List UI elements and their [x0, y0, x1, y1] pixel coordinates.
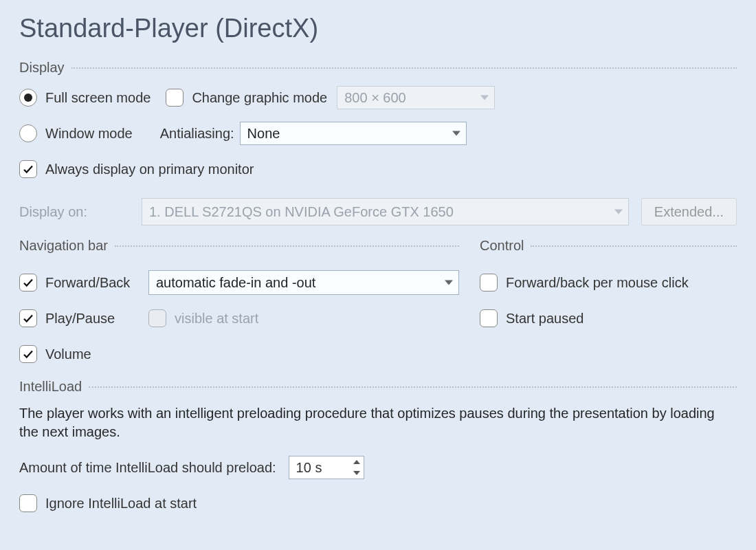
ignore-intelliload-label[interactable]: Ignore IntelliLoad at start: [45, 496, 197, 512]
extended-button: Extended...: [641, 198, 737, 226]
chevron-down-icon: [445, 280, 453, 285]
antialiasing-label: Antialiasing:: [160, 126, 234, 142]
forward-back-mode-select[interactable]: automatic fade-in and -out: [148, 270, 459, 295]
change-graphic-mode-checkbox[interactable]: [166, 89, 184, 107]
always-primary-checkbox[interactable]: [19, 160, 37, 178]
antialiasing-select[interactable]: None: [240, 122, 467, 145]
visible-at-start-checkbox: [148, 309, 166, 327]
play-pause-checkbox[interactable]: [19, 309, 37, 327]
intelliload-legend: IntelliLoad: [19, 379, 89, 395]
play-pause-label[interactable]: Play/Pause: [45, 311, 148, 327]
forward-back-click-checkbox[interactable]: [480, 274, 498, 292]
intelliload-amount-spinner[interactable]: 10 s: [289, 456, 364, 479]
display-on-label: Display on:: [19, 204, 136, 220]
always-primary-label[interactable]: Always display on primary monitor: [45, 162, 254, 177]
graphic-mode-value: 800 × 600: [344, 90, 406, 106]
volume-checkbox[interactable]: [19, 345, 37, 363]
antialiasing-value: None: [247, 126, 280, 142]
intelliload-section-header: IntelliLoad: [19, 379, 737, 395]
window-mode-radio[interactable]: [19, 124, 37, 142]
chevron-down-icon: [452, 131, 460, 136]
visible-at-start-label: visible at start: [175, 311, 258, 327]
nav-legend: Navigation bar: [19, 238, 115, 254]
control-legend: Control: [480, 238, 531, 254]
start-paused-checkbox[interactable]: [480, 309, 498, 327]
display-on-select: 1. DELL S2721QS on NVIDIA GeForce GTX 16…: [142, 198, 629, 226]
intelliload-amount-label: Amount of time IntelliLoad should preloa…: [19, 460, 276, 476]
full-screen-radio[interactable]: [19, 89, 37, 107]
divider: [71, 67, 737, 69]
forward-back-mode-value: automatic fade-in and -out: [156, 275, 315, 291]
ignore-intelliload-checkbox[interactable]: [19, 494, 37, 512]
forward-back-checkbox[interactable]: [19, 274, 37, 292]
volume-label[interactable]: Volume: [45, 346, 91, 362]
display-on-value: 1. DELL S2721QS on NVIDIA GeForce GTX 16…: [149, 204, 454, 220]
forward-back-click-label[interactable]: Forward/back per mouse click: [506, 275, 689, 291]
forward-back-label[interactable]: Forward/Back: [45, 275, 148, 291]
display-section-header: Display: [19, 60, 737, 76]
window-mode-label[interactable]: Window mode: [45, 126, 133, 142]
divider: [89, 386, 737, 388]
spinner-up-icon[interactable]: [350, 456, 364, 468]
intelliload-description: The player works with an intelligent pre…: [19, 404, 737, 441]
spinner-down-icon[interactable]: [350, 468, 364, 478]
chevron-down-icon: [614, 210, 623, 214]
full-screen-label[interactable]: Full screen mode: [45, 90, 151, 106]
graphic-mode-select: 800 × 600: [337, 86, 495, 109]
intelliload-amount-value: 10 s: [296, 460, 322, 476]
chevron-down-icon: [480, 96, 489, 100]
page-title: Standard-Player (DirectX): [19, 14, 737, 43]
display-legend: Display: [19, 60, 71, 76]
start-paused-label[interactable]: Start paused: [506, 311, 583, 327]
change-graphic-mode-label[interactable]: Change graphic mode: [192, 90, 327, 106]
